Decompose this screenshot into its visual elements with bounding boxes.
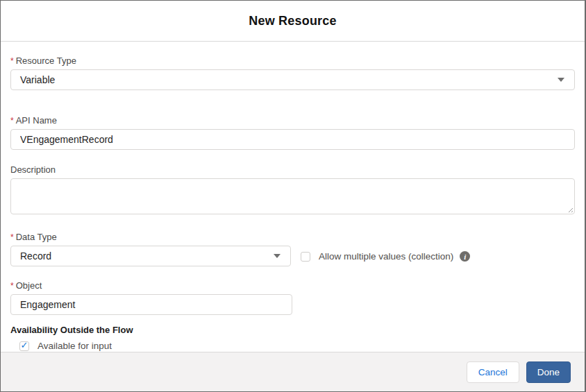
dialog-title: New Resource — [249, 14, 336, 28]
dialog-header: New Resource — [1, 1, 585, 42]
description-field: Description — [10, 164, 575, 214]
dialog-footer: Cancel Done — [1, 352, 585, 391]
object-label-text: Object — [16, 280, 42, 291]
done-button[interactable]: Done — [526, 361, 571, 383]
resource-type-label: *Resource Type — [10, 56, 575, 66]
availability-heading: Availability Outside the Flow — [10, 325, 575, 335]
collection-checkbox-label: Allow multiple values (collection) — [319, 251, 453, 262]
object-input[interactable] — [10, 294, 292, 315]
description-label-text: Description — [10, 164, 56, 175]
chevron-down-icon — [274, 254, 281, 258]
check-icon: ✓ — [21, 341, 28, 350]
required-asterisk: * — [10, 56, 14, 66]
description-label: Description — [10, 164, 575, 175]
available-for-input-option: ✓ Available for input — [19, 341, 575, 351]
data-type-row: *Data Type Record Allow multiple values … — [10, 232, 575, 266]
available-for-input-label: Available for input — [37, 341, 112, 351]
chevron-down-icon — [558, 78, 564, 82]
resource-type-value: Variable — [20, 74, 55, 85]
new-resource-dialog: New Resource *Resource Type Variable *AP… — [0, 0, 586, 392]
api-name-input[interactable] — [10, 129, 575, 150]
data-type-label-text: Data Type — [16, 232, 57, 242]
object-label: *Object — [10, 280, 575, 291]
data-type-label: *Data Type — [10, 232, 291, 242]
data-type-value: Record — [20, 250, 51, 262]
object-field: *Object — [10, 280, 575, 315]
required-asterisk: * — [10, 116, 14, 126]
collection-checkbox[interactable] — [301, 252, 310, 262]
available-for-input-checkbox[interactable]: ✓ — [19, 341, 29, 351]
resource-type-label-text: Resource Type — [16, 56, 76, 66]
cancel-button[interactable]: Cancel — [467, 361, 519, 383]
api-name-label-text: API Name — [16, 115, 57, 126]
info-icon[interactable]: i — [460, 251, 470, 262]
resource-type-dropdown[interactable]: Variable — [10, 69, 575, 90]
required-asterisk: * — [10, 281, 14, 291]
resource-type-field: *Resource Type Variable — [10, 56, 575, 90]
data-type-dropdown[interactable]: Record — [10, 246, 291, 266]
api-name-field: *API Name — [10, 115, 575, 150]
description-textarea[interactable] — [10, 178, 575, 214]
collection-option: Allow multiple values (collection) i — [301, 251, 470, 262]
data-type-field: *Data Type Record — [10, 232, 291, 266]
dialog-body: *Resource Type Variable *API Name Descri… — [1, 42, 585, 352]
api-name-label: *API Name — [10, 115, 575, 126]
required-asterisk: * — [10, 232, 14, 242]
